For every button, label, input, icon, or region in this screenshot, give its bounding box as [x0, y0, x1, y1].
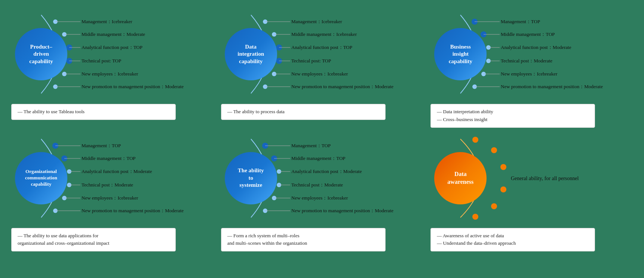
description-data-integration: — The ability to process data: [221, 104, 386, 120]
svg-text:Technical post：Moderate: Technical post：Moderate: [501, 58, 552, 64]
svg-text:Middle management：TOP: Middle management：TOP: [291, 155, 346, 161]
diagram-data-awareness: Dataawareness General abili: [430, 132, 633, 225]
svg-text:Management：TOP: Management：TOP: [82, 143, 121, 148]
desc-line1: — Awareness of active use of data: [437, 233, 504, 238]
svg-text:Analytical function post：Moder: Analytical function post：Moderate: [82, 169, 152, 174]
svg-text:General ability, for all perso: General ability, for all personnel: [511, 176, 579, 181]
desc-line1: — The ability to process data: [227, 109, 285, 114]
svg-text:Management：TOP: Management：TOP: [291, 143, 331, 148]
svg-point-95: [472, 214, 478, 220]
circle-data-awareness: Dataawareness: [434, 152, 487, 204]
svg-point-90: [472, 137, 478, 143]
svg-text:Analytical function post：TOP: Analytical function post：TOP: [291, 44, 352, 50]
capability-systemize: The abilitytosystemize Management：TOP Mi…: [221, 132, 423, 252]
desc-line2: — Cross–business insight: [437, 117, 487, 122]
svg-text:New promotion to management po: New promotion to management position：Mod…: [82, 84, 184, 89]
svg-text:Analytical function post：TOP: Analytical function post：TOP: [82, 44, 142, 50]
svg-text:New promotion to management po: New promotion to management position：Mod…: [291, 208, 393, 213]
desc-line1: — The ability to use data applications f…: [18, 233, 98, 238]
diagram-systemize: The abilitytosystemize Management：TOP Mi…: [221, 132, 423, 225]
desc-line1: — Data interpretation ability: [437, 109, 493, 114]
description-organizational: — The ability to use data applications f…: [11, 228, 176, 252]
capability-product-driven: Product–drivencapability: [11, 7, 214, 128]
svg-point-91: [491, 147, 497, 153]
svg-point-92: [500, 164, 506, 170]
circle-systemize: The abilitytosystemize: [225, 152, 277, 204]
desc-line1: — The ability to use Tableau tools: [18, 109, 85, 114]
svg-text:New employees：Icebreaker: New employees：Icebreaker: [82, 71, 138, 77]
circle-business-insight: Businessinsightcapability: [434, 28, 487, 80]
svg-text:New promotion to management po: New promotion to management position：Mod…: [501, 84, 603, 89]
svg-text:Management：TOP: Management：TOP: [501, 19, 540, 24]
description-systemize: — Form a rich system of multi–roles and …: [221, 228, 386, 252]
svg-text:Middle management：TOP: Middle management：TOP: [82, 155, 136, 161]
svg-text:New employees：Icebreaker: New employees：Icebreaker: [291, 71, 348, 77]
desc-line2: and multi–scenes within the organization: [227, 240, 307, 246]
svg-text:New employees：Icebreaker: New employees：Icebreaker: [501, 71, 558, 77]
diagram-business-insight: Businessinsightcapability Management：TOP…: [430, 7, 633, 101]
svg-text:Analytical function post：Moder: Analytical function post：Moderate: [501, 44, 571, 50]
circle-organizational: Organizationalcommunicationcapability: [15, 152, 67, 204]
capability-data-integration: Dataintegrationcapability Management：Ice…: [221, 7, 423, 128]
capability-organizational: Organizationalcommunicationcapability Ma…: [11, 132, 214, 252]
description-data-awareness: — Awareness of active use of data — Unde…: [430, 228, 595, 252]
svg-text:Middle management：Moderate: Middle management：Moderate: [82, 31, 145, 37]
circle-product-driven: Product–drivencapability: [15, 28, 67, 80]
desc-line1: — Form a rich system of multi–roles: [227, 233, 300, 238]
svg-text:Management：Icebreaker: Management：Icebreaker: [82, 19, 132, 24]
svg-text:New employees：Icebreaker: New employees：Icebreaker: [82, 195, 138, 201]
svg-text:Technical post: TOP: Technical post: TOP: [82, 58, 121, 64]
circle-data-integration: Dataintegrationcapability: [225, 28, 277, 80]
capability-data-awareness: Dataawareness General abili: [430, 132, 633, 252]
desc-line2: — Understand the data–driven approach: [437, 240, 516, 246]
svg-text:Management：Icebreaker: Management：Icebreaker: [291, 19, 342, 24]
svg-point-94: [491, 203, 497, 209]
svg-text:Middle management：Icebreaker: Middle management：Icebreaker: [291, 31, 357, 37]
main-grid: Product–drivencapability: [0, 0, 644, 259]
svg-text:Technical post：Moderate: Technical post：Moderate: [82, 182, 133, 188]
desc-line2: organizational and cross–organizational …: [18, 240, 109, 246]
diagram-product-driven: Product–drivencapability: [11, 7, 214, 101]
svg-text:New employees：Icebreaker: New employees：Icebreaker: [291, 195, 348, 201]
svg-text:Analytical function post：Moder: Analytical function post：Moderate: [291, 169, 362, 174]
description-product-driven: — The ability to use Tableau tools: [11, 104, 176, 120]
diagram-organizational: Organizationalcommunicationcapability Ma…: [11, 132, 214, 225]
capability-business-insight: Businessinsightcapability Management：TOP…: [430, 7, 633, 128]
description-business-insight: — Data interpretation ability — Cross–bu…: [430, 104, 595, 128]
svg-text:Technical post: TOP: Technical post: TOP: [291, 58, 331, 64]
svg-text:New promotion to management po: New promotion to management position：Mod…: [291, 84, 393, 89]
svg-point-93: [500, 186, 506, 192]
svg-text:New promotion to management po: New promotion to management position：Mod…: [82, 208, 184, 213]
diagram-data-integration: Dataintegrationcapability Management：Ice…: [221, 7, 423, 101]
svg-text:Middle management：TOP: Middle management：TOP: [501, 31, 555, 37]
svg-text:Technical post：Moderate: Technical post：Moderate: [291, 182, 343, 188]
